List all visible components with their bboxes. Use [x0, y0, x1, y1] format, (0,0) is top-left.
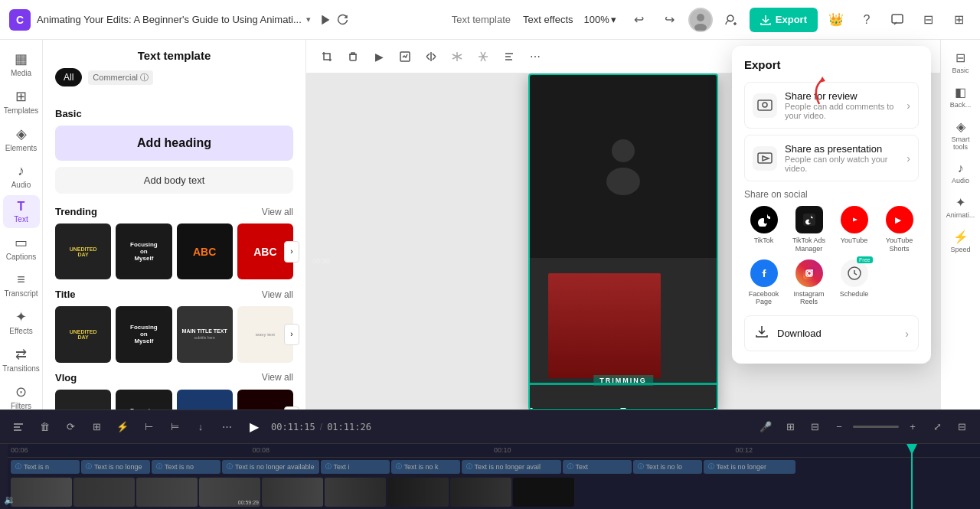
undo-button[interactable]: ↩ — [627, 8, 652, 32]
mic-button[interactable]: 🎤 — [755, 416, 776, 438]
template-vlog-focusing[interactable]: FocusingonMyself — [116, 390, 172, 410]
text-chip-0[interactable]: ⓘ Text is n — [11, 460, 80, 474]
trending-view-all[interactable]: View all — [262, 207, 293, 217]
text-chip-9[interactable]: ⓘ Text is no longer — [704, 460, 795, 474]
template-focusing[interactable]: FocusingonMyself — [116, 224, 172, 279]
video-chip-5[interactable] — [325, 478, 386, 507]
sidebar-item-audio[interactable]: ♪ Audio — [3, 158, 40, 194]
vlog-view-all[interactable]: View all — [262, 372, 293, 383]
text-chip-8[interactable]: ⓘ Text is no lo — [633, 460, 702, 474]
add-heading-button[interactable]: Add heading — [55, 126, 293, 161]
text-chip-7[interactable]: ⓘ Text — [563, 460, 632, 474]
video-chip-8[interactable] — [513, 478, 574, 507]
text-chip-2[interactable]: ⓘ Text is no — [152, 460, 220, 474]
template-vlog-unedited[interactable]: UNEDITEDDAY — [55, 390, 111, 410]
tab-text-effects[interactable]: Text effects — [523, 11, 573, 28]
right-item-back[interactable]: ◧ Back... — [944, 80, 978, 113]
template-title-unedited[interactable]: UNEDITEDDAY — [55, 306, 111, 362]
template-main-title[interactable]: MAIN TITLE TEXT subtitle here — [177, 306, 233, 362]
sidebar-item-text[interactable]: T Text — [3, 195, 40, 228]
zoom-control[interactable]: 100% ▾ — [580, 11, 621, 28]
video-chip-timestamp[interactable]: 00:59:29 — [199, 478, 260, 507]
download-option[interactable]: Download › — [744, 315, 919, 351]
timeline-delete-button[interactable]: 🗑 — [34, 416, 55, 438]
panel-scroll[interactable]: Basic Add heading Add body text Trending… — [43, 99, 305, 409]
video-chip-4[interactable] — [262, 478, 323, 507]
sidebar-item-media[interactable]: ▦ Media — [3, 46, 40, 82]
title-next-arrow[interactable]: › — [284, 324, 299, 345]
timeline-crop-button[interactable]: ⊞ — [86, 416, 107, 438]
grid-timeline-button[interactable]: ⊞ — [779, 416, 801, 438]
flip-h-button[interactable] — [446, 46, 469, 67]
add-user-button[interactable] — [719, 8, 743, 32]
add-body-text-button[interactable]: Add body text — [55, 167, 293, 194]
timeline-align-button[interactable]: ⊨ — [164, 416, 185, 438]
social-instagram[interactable]: Instagram Reels — [789, 259, 828, 307]
play-preview-button[interactable]: ▶ — [368, 46, 390, 67]
timeline-split-button[interactable]: ⊢ — [138, 416, 159, 438]
zoom-in-button[interactable]: + — [902, 416, 923, 438]
settings-button[interactable]: ⊟ — [951, 416, 972, 438]
align-button[interactable] — [498, 46, 521, 67]
right-item-basic[interactable]: ⊟ Basic — [944, 46, 978, 79]
social-youtube[interactable]: YouTube — [835, 206, 874, 253]
text-chip-4[interactable]: ⓘ Text i — [321, 460, 390, 474]
zoom-slider[interactable] — [853, 426, 899, 428]
zoom-out-button[interactable]: − — [828, 416, 850, 438]
redo-button[interactable]: ↪ — [658, 8, 682, 32]
play-button[interactable]: ▶ — [242, 415, 266, 439]
right-item-speed[interactable]: ⚡ Speed — [944, 225, 978, 258]
social-facebook[interactable]: Facebook Page — [744, 259, 783, 307]
text-chip-6[interactable]: ⓘ Text is no longer avail — [462, 460, 561, 474]
social-tiktok[interactable]: TikTok — [744, 206, 783, 253]
right-item-animate[interactable]: ✦ Animati... — [944, 191, 978, 224]
share-review-option[interactable]: Share for review People can add comments… — [744, 82, 919, 129]
social-ytshorts[interactable]: ▶ YouTube Shorts — [880, 206, 919, 253]
flip-v-button[interactable] — [472, 46, 495, 67]
sidebar-item-templates[interactable]: ⊞ Templates — [3, 83, 40, 119]
tab-text-template[interactable]: Text template — [452, 11, 511, 28]
comments-button[interactable] — [885, 8, 910, 32]
timeline-more-button[interactable]: ↓ — [190, 416, 211, 438]
vlog-next-arrow[interactable]: › — [284, 406, 299, 409]
split-button[interactable] — [420, 46, 443, 67]
layout-button[interactable]: ⊟ — [916, 8, 940, 32]
sidebar-item-elements[interactable]: ◈ Elements — [3, 121, 40, 157]
crown-icon-btn[interactable]: 👑 — [824, 8, 848, 32]
filter-all-btn[interactable]: All — [55, 68, 82, 86]
more-options-button[interactable]: ⋯ — [524, 46, 547, 67]
timeline-extra-button[interactable]: ⋯ — [216, 416, 237, 438]
fullscreen-button[interactable]: ⤢ — [926, 416, 948, 438]
video-chip-2[interactable] — [136, 478, 198, 507]
sidebar-item-effects[interactable]: ✦ Effects — [3, 304, 40, 340]
title-view-all[interactable]: View all — [262, 289, 293, 300]
template-abc-orange[interactable]: ABC — [177, 224, 233, 279]
timeline-play-icon[interactable]: ⟳ — [60, 416, 81, 438]
grid-button[interactable]: ⊞ — [946, 8, 971, 32]
sidebar-item-filters[interactable]: ⊙ Filters — [3, 379, 40, 409]
trending-next-arrow[interactable]: › — [284, 241, 299, 263]
sync-button[interactable]: ⊟ — [804, 416, 825, 438]
help-button[interactable]: ? — [854, 8, 879, 32]
crop-button[interactable] — [315, 46, 338, 67]
template-travel[interactable]: 🌍 Travel — [177, 390, 233, 410]
social-schedule[interactable]: Free Schedule — [835, 259, 874, 307]
aspect-ratio-button[interactable] — [394, 46, 416, 67]
filter-commercial[interactable]: Commercial ⓘ — [88, 70, 153, 85]
social-tiktokads[interactable]: TikTok Ads Manager — [789, 206, 828, 253]
text-chip-5[interactable]: ⓘ Text is no k — [391, 460, 460, 474]
trim-button[interactable] — [8, 416, 29, 438]
video-chip-7[interactable] — [450, 478, 511, 507]
right-item-smart[interactable]: ◈ Smart tools — [944, 115, 978, 155]
video-chip-6[interactable] — [387, 478, 449, 507]
video-chip-1[interactable] — [74, 478, 135, 507]
template-unedited[interactable]: UNEDITEDDAY — [55, 224, 111, 279]
export-button[interactable]: Export — [750, 8, 818, 32]
sidebar-item-captions[interactable]: ▭ Captions — [3, 230, 40, 266]
sidebar-item-transitions[interactable]: ⇄ Transitions — [3, 341, 40, 377]
template-title-focusing[interactable]: FocusingonMyself — [116, 306, 172, 362]
timeline-mute-button[interactable]: ⚡ — [112, 416, 133, 438]
video-chip-0[interactable] — [11, 478, 72, 507]
sidebar-item-transcript[interactable]: ≡ Transcript — [3, 267, 40, 302]
share-presentation-option[interactable]: Share as presentation People can only wa… — [744, 135, 919, 181]
